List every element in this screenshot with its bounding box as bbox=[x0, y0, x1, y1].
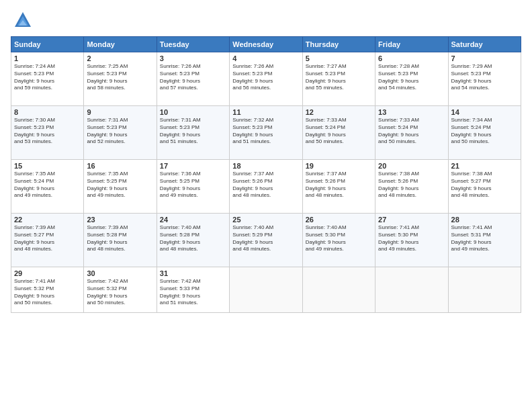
calendar-week-row: 29 Sunrise: 7:41 AMSunset: 5:32 PMDaylig… bbox=[11, 267, 521, 313]
calendar-cell bbox=[375, 267, 448, 313]
day-number: 9 bbox=[87, 108, 153, 116]
day-number: 30 bbox=[87, 269, 153, 277]
calendar-cell: 14 Sunrise: 7:34 AMSunset: 5:24 PMDaylig… bbox=[448, 106, 521, 160]
day-number: 6 bbox=[378, 54, 445, 62]
cell-info: Sunrise: 7:42 AMSunset: 5:33 PMDaylight:… bbox=[160, 278, 226, 307]
calendar-cell: 25 Sunrise: 7:40 AMSunset: 5:29 PMDaylig… bbox=[230, 214, 302, 267]
day-number: 11 bbox=[232, 108, 299, 116]
weekday-header: Tuesday bbox=[157, 37, 229, 52]
day-number: 13 bbox=[378, 108, 445, 116]
cell-info: Sunrise: 7:32 AMSunset: 5:23 PMDaylight:… bbox=[232, 117, 299, 146]
calendar-cell bbox=[230, 267, 302, 313]
calendar-cell: 3 Sunrise: 7:26 AMSunset: 5:23 PMDayligh… bbox=[157, 52, 229, 106]
calendar-cell: 11 Sunrise: 7:32 AMSunset: 5:23 PMDaylig… bbox=[230, 106, 302, 160]
calendar-cell: 30 Sunrise: 7:42 AMSunset: 5:32 PMDaylig… bbox=[84, 267, 157, 313]
cell-info: Sunrise: 7:26 AMSunset: 5:23 PMDaylight:… bbox=[232, 63, 299, 92]
day-number: 24 bbox=[160, 216, 226, 224]
cell-info: Sunrise: 7:40 AMSunset: 5:30 PMDaylight:… bbox=[306, 224, 372, 253]
calendar-cell: 2 Sunrise: 7:25 AMSunset: 5:23 PMDayligh… bbox=[84, 52, 157, 106]
calendar-cell bbox=[302, 267, 375, 313]
calendar-cell: 13 Sunrise: 7:33 AMSunset: 5:24 PMDaylig… bbox=[375, 106, 448, 160]
day-number: 31 bbox=[160, 269, 226, 277]
day-number: 1 bbox=[14, 54, 81, 62]
calendar-cell: 4 Sunrise: 7:26 AMSunset: 5:23 PMDayligh… bbox=[230, 52, 302, 106]
day-number: 26 bbox=[306, 216, 372, 224]
header bbox=[11, 11, 521, 30]
cell-info: Sunrise: 7:26 AMSunset: 5:23 PMDaylight:… bbox=[160, 63, 226, 92]
cell-info: Sunrise: 7:33 AMSunset: 5:24 PMDaylight:… bbox=[378, 117, 445, 146]
cell-info: Sunrise: 7:41 AMSunset: 5:31 PMDaylight:… bbox=[451, 224, 518, 253]
day-number: 10 bbox=[160, 108, 226, 116]
cell-info: Sunrise: 7:40 AMSunset: 5:29 PMDaylight:… bbox=[232, 224, 299, 253]
day-number: 12 bbox=[306, 108, 372, 116]
calendar-cell: 20 Sunrise: 7:38 AMSunset: 5:26 PMDaylig… bbox=[375, 160, 448, 214]
day-number: 29 bbox=[14, 269, 81, 277]
cell-info: Sunrise: 7:24 AMSunset: 5:23 PMDaylight:… bbox=[14, 63, 81, 92]
calendar-cell: 8 Sunrise: 7:30 AMSunset: 5:23 PMDayligh… bbox=[11, 106, 84, 160]
calendar-cell: 23 Sunrise: 7:39 AMSunset: 5:28 PMDaylig… bbox=[84, 214, 157, 267]
calendar-cell: 29 Sunrise: 7:41 AMSunset: 5:32 PMDaylig… bbox=[11, 267, 84, 313]
day-number: 2 bbox=[87, 54, 153, 62]
day-number: 20 bbox=[378, 162, 445, 170]
cell-info: Sunrise: 7:37 AMSunset: 5:26 PMDaylight:… bbox=[232, 171, 299, 199]
cell-info: Sunrise: 7:31 AMSunset: 5:23 PMDaylight:… bbox=[160, 117, 226, 146]
calendar-cell: 9 Sunrise: 7:31 AMSunset: 5:23 PMDayligh… bbox=[84, 106, 157, 160]
cell-info: Sunrise: 7:38 AMSunset: 5:27 PMDaylight:… bbox=[451, 171, 518, 199]
calendar-cell: 27 Sunrise: 7:41 AMSunset: 5:30 PMDaylig… bbox=[375, 214, 448, 267]
calendar-week-row: 15 Sunrise: 7:35 AMSunset: 5:24 PMDaylig… bbox=[11, 160, 521, 214]
calendar-cell: 15 Sunrise: 7:35 AMSunset: 5:24 PMDaylig… bbox=[11, 160, 84, 214]
weekday-header: Thursday bbox=[302, 37, 375, 52]
day-number: 17 bbox=[160, 162, 226, 170]
day-number: 19 bbox=[306, 162, 372, 170]
calendar-cell: 12 Sunrise: 7:33 AMSunset: 5:24 PMDaylig… bbox=[302, 106, 375, 160]
calendar-cell: 19 Sunrise: 7:37 AMSunset: 5:26 PMDaylig… bbox=[302, 160, 375, 214]
calendar-week-row: 22 Sunrise: 7:39 AMSunset: 5:27 PMDaylig… bbox=[11, 214, 521, 267]
logo-icon bbox=[13, 11, 32, 30]
cell-info: Sunrise: 7:25 AMSunset: 5:23 PMDaylight:… bbox=[87, 63, 153, 92]
day-number: 23 bbox=[87, 216, 153, 224]
weekday-header: Saturday bbox=[448, 37, 521, 52]
day-number: 7 bbox=[451, 54, 518, 62]
cell-info: Sunrise: 7:41 AMSunset: 5:32 PMDaylight:… bbox=[14, 278, 81, 307]
calendar-cell: 16 Sunrise: 7:35 AMSunset: 5:25 PMDaylig… bbox=[84, 160, 157, 214]
calendar-cell: 10 Sunrise: 7:31 AMSunset: 5:23 PMDaylig… bbox=[157, 106, 229, 160]
calendar-page: SundayMondayTuesdayWednesdayThursdayFrid… bbox=[0, 0, 532, 411]
cell-info: Sunrise: 7:38 AMSunset: 5:26 PMDaylight:… bbox=[378, 171, 445, 199]
calendar-cell: 6 Sunrise: 7:28 AMSunset: 5:23 PMDayligh… bbox=[375, 52, 448, 106]
cell-info: Sunrise: 7:39 AMSunset: 5:28 PMDaylight:… bbox=[87, 224, 153, 253]
cell-info: Sunrise: 7:41 AMSunset: 5:30 PMDaylight:… bbox=[378, 224, 445, 253]
weekday-header-row: SundayMondayTuesdayWednesdayThursdayFrid… bbox=[11, 37, 521, 52]
day-number: 28 bbox=[451, 216, 518, 224]
day-number: 18 bbox=[232, 162, 299, 170]
day-number: 25 bbox=[232, 216, 299, 224]
calendar-cell: 5 Sunrise: 7:27 AMSunset: 5:23 PMDayligh… bbox=[302, 52, 375, 106]
cell-info: Sunrise: 7:29 AMSunset: 5:23 PMDaylight:… bbox=[451, 63, 518, 92]
cell-info: Sunrise: 7:35 AMSunset: 5:25 PMDaylight:… bbox=[87, 171, 153, 199]
calendar-cell: 7 Sunrise: 7:29 AMSunset: 5:23 PMDayligh… bbox=[448, 52, 521, 106]
day-number: 5 bbox=[306, 54, 372, 62]
cell-info: Sunrise: 7:40 AMSunset: 5:28 PMDaylight:… bbox=[160, 224, 226, 253]
day-number: 14 bbox=[451, 108, 518, 116]
weekday-header: Wednesday bbox=[230, 37, 302, 52]
calendar-cell: 31 Sunrise: 7:42 AMSunset: 5:33 PMDaylig… bbox=[157, 267, 229, 313]
calendar-week-row: 8 Sunrise: 7:30 AMSunset: 5:23 PMDayligh… bbox=[11, 106, 521, 160]
day-number: 3 bbox=[160, 54, 226, 62]
cell-info: Sunrise: 7:42 AMSunset: 5:32 PMDaylight:… bbox=[87, 278, 153, 307]
weekday-header: Sunday bbox=[11, 37, 84, 52]
cell-info: Sunrise: 7:27 AMSunset: 5:23 PMDaylight:… bbox=[306, 63, 372, 92]
calendar-cell: 22 Sunrise: 7:39 AMSunset: 5:27 PMDaylig… bbox=[11, 214, 84, 267]
weekday-header: Monday bbox=[84, 37, 157, 52]
calendar-cell: 1 Sunrise: 7:24 AMSunset: 5:23 PMDayligh… bbox=[11, 52, 84, 106]
cell-info: Sunrise: 7:35 AMSunset: 5:24 PMDaylight:… bbox=[14, 171, 81, 199]
calendar-cell: 28 Sunrise: 7:41 AMSunset: 5:31 PMDaylig… bbox=[448, 214, 521, 267]
cell-info: Sunrise: 7:36 AMSunset: 5:25 PMDaylight:… bbox=[160, 171, 226, 199]
cell-info: Sunrise: 7:33 AMSunset: 5:24 PMDaylight:… bbox=[306, 117, 372, 146]
day-number: 27 bbox=[378, 216, 445, 224]
logo bbox=[11, 11, 32, 30]
calendar-cell: 18 Sunrise: 7:37 AMSunset: 5:26 PMDaylig… bbox=[230, 160, 302, 214]
day-number: 4 bbox=[232, 54, 299, 62]
day-number: 15 bbox=[14, 162, 81, 170]
day-number: 22 bbox=[14, 216, 81, 224]
calendar-cell bbox=[448, 267, 521, 313]
day-number: 21 bbox=[451, 162, 518, 170]
